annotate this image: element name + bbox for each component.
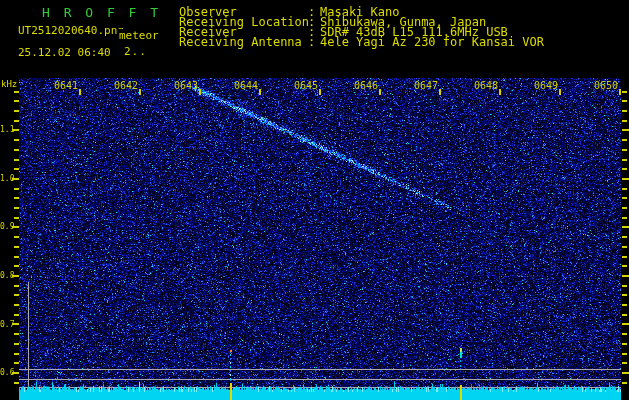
hrofft-screen: H R O F F T UT2512020640.png meteor 25.1…: [0, 0, 629, 400]
datetime-label: 25.12.02 06:40: [18, 46, 111, 59]
freq-axis-label: 0.9: [0, 222, 13, 231]
info-label: Receiving Antenna: [179, 37, 308, 47]
freq-axis-label: 1.0: [0, 174, 13, 183]
time-axis-label: 0641: [54, 80, 78, 91]
spectrogram-canvas: [0, 0, 629, 400]
echo-count-label: 2..: [124, 45, 147, 58]
filename-label: UT2512020640.png: [18, 24, 124, 37]
freq-axis-label: 0.8: [0, 271, 13, 280]
freq-axis-label: 1.1: [0, 125, 13, 134]
info-value: 4ele Yagi Az 230 for Kansai VOR: [320, 37, 544, 47]
freq-axis-label: 0.6: [0, 368, 13, 377]
khz-unit-label: kHz: [1, 79, 17, 89]
info-colon: :: [308, 37, 320, 47]
freq-axis-label: 0.7: [0, 320, 13, 329]
time-axis-label: 0647: [414, 80, 438, 91]
time-axis-label: 0646: [354, 80, 378, 91]
observer-info-table: Observer:Masaki KanoReceiving Location:S…: [179, 7, 544, 47]
time-axis-label: 0645: [294, 80, 318, 91]
time-axis-label: 0648: [474, 80, 498, 91]
time-axis-label: 0649: [534, 80, 558, 91]
time-axis-label: 0642: [114, 80, 138, 91]
time-axis-label: 0650: [594, 80, 618, 91]
time-axis-label: 0644: [234, 80, 258, 91]
app-title: H R O F F T: [42, 5, 161, 20]
info-row: Receiving Antenna:4ele Yagi Az 230 for K…: [179, 37, 544, 47]
time-axis-label: 0643: [174, 80, 198, 91]
station-label: meteor: [118, 29, 160, 42]
